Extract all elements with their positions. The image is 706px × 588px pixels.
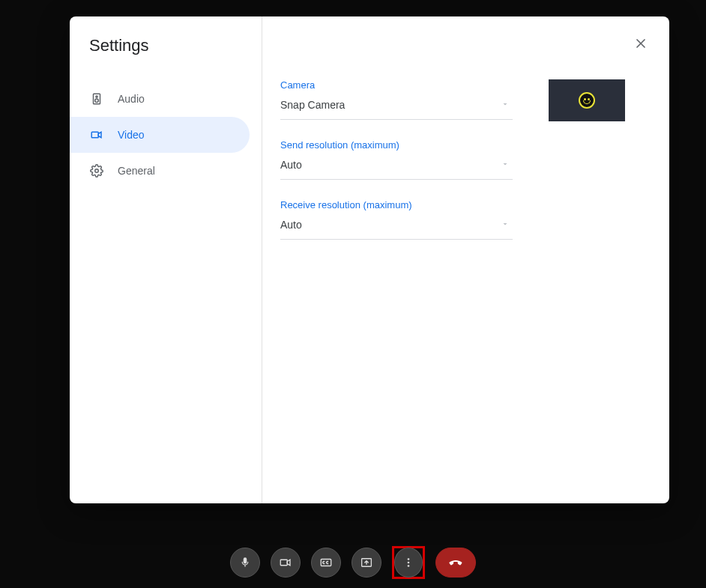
receive-resolution-select[interactable]: Auto (280, 215, 513, 240)
chevron-down-icon (501, 158, 510, 172)
settings-sidebar: Settings Audio (70, 16, 262, 503)
gear-icon (89, 163, 104, 178)
receive-resolution-label: Receive resolution (maximum) (280, 199, 513, 210)
nav-label-general: General (118, 165, 155, 177)
chevron-down-icon (501, 218, 510, 231)
send-resolution-value: Auto (280, 159, 302, 171)
highlight-annotation (392, 546, 425, 579)
close-button[interactable] (627, 30, 654, 57)
microphone-icon (238, 556, 252, 569)
svg-rect-3 (91, 132, 98, 138)
svg-point-1 (96, 96, 97, 97)
camera-select[interactable]: Snap Camera (280, 95, 513, 120)
more-vertical-icon (402, 556, 415, 569)
send-resolution-select[interactable]: Auto (280, 155, 513, 180)
camera-value: Snap Camera (280, 99, 345, 111)
speaker-icon (89, 91, 104, 106)
svg-point-2 (95, 99, 99, 103)
camera-preview (549, 79, 625, 259)
close-icon (633, 36, 648, 51)
receive-resolution-value: Auto (280, 219, 302, 231)
hang-up-button[interactable] (435, 548, 476, 578)
nav-item-video[interactable]: Video (70, 117, 250, 153)
video-settings-form: Camera Snap Camera Send resolution (maxi… (280, 37, 651, 259)
chevron-down-icon (501, 98, 510, 112)
settings-content: Camera Snap Camera Send resolution (maxi… (262, 16, 669, 503)
video-icon (89, 127, 104, 142)
svg-point-8 (408, 558, 410, 560)
svg-point-4 (95, 169, 99, 173)
present-icon (360, 556, 373, 569)
nav-label-video: Video (118, 129, 145, 141)
nav-label-audio: Audio (118, 93, 145, 105)
camera-label: Camera (280, 79, 513, 91)
svg-point-9 (408, 562, 410, 564)
settings-dialog: Settings Audio (70, 16, 669, 503)
settings-nav: Audio Video General (70, 73, 262, 189)
more-options-button[interactable] (394, 548, 423, 578)
phone-hangup-icon (447, 554, 465, 572)
present-screen-button[interactable] (352, 548, 381, 578)
camera-preview-thumbnail (549, 79, 625, 121)
captions-button[interactable] (311, 548, 341, 578)
nav-item-general[interactable]: General (70, 153, 250, 189)
settings-title: Settings (70, 36, 262, 73)
toggle-camera-button[interactable] (271, 548, 301, 578)
svg-point-10 (408, 565, 410, 567)
send-resolution-label: Send resolution (maximum) (280, 139, 513, 151)
nav-item-audio[interactable]: Audio (70, 81, 250, 117)
mute-microphone-button[interactable] (230, 548, 260, 578)
video-icon (279, 556, 292, 569)
svg-rect-5 (280, 560, 287, 566)
smiley-icon (579, 92, 595, 109)
captions-icon (319, 556, 333, 569)
send-resolution-field-group: Send resolution (maximum) Auto (280, 139, 513, 180)
receive-resolution-field-group: Receive resolution (maximum) Auto (280, 199, 513, 240)
call-toolbar (0, 546, 706, 579)
camera-field-group: Camera Snap Camera (280, 79, 513, 120)
